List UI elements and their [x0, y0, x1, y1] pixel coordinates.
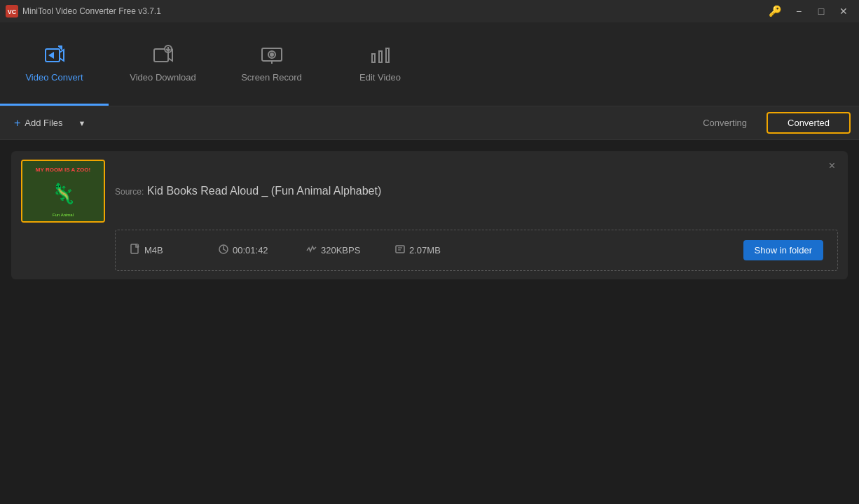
toolbar: + Add Files ▼ Converting Converted [0, 106, 859, 140]
duration-value: 00:01:42 [233, 245, 268, 255]
edit-video-icon [369, 44, 392, 66]
source-label: Source: [115, 187, 144, 197]
output-row: M4B 00:01:42 [115, 230, 838, 271]
bitrate-meta: 320KBPS [306, 244, 390, 257]
nav-tab-video-convert-label: Video Convert [25, 72, 83, 83]
size-icon [394, 244, 406, 257]
bitrate-icon [306, 244, 317, 257]
size-value: 2.07MB [409, 245, 441, 255]
svg-line-14 [224, 249, 226, 251]
duration-meta: 00:01:42 [218, 244, 302, 257]
book-subtitle: Fun Animal [25, 213, 101, 217]
video-download-icon [152, 44, 174, 66]
app-logo: VC [6, 5, 18, 18]
nav-tab-video-download-label: Video Download [130, 72, 195, 83]
converting-tab[interactable]: Converting [683, 113, 767, 132]
maximize-button[interactable]: □ [811, 4, 831, 18]
file-source-row: Source: Kid Books Read Aloud _ (Fun Anim… [115, 185, 838, 197]
nav-tab-video-convert[interactable]: Video Convert [0, 22, 109, 106]
nav-spacer [434, 22, 859, 106]
minimize-button[interactable]: − [789, 4, 809, 18]
close-button[interactable]: ✕ [834, 4, 853, 18]
book-title-text: MY ROOM IS A ZOO! [25, 167, 101, 174]
nav-tab-edit-video-label: Edit Video [359, 72, 401, 83]
book-decoration: 🦎 [51, 182, 76, 205]
add-files-dropdown-button[interactable]: ▼ [74, 116, 90, 130]
nav-tab-video-download[interactable]: Video Download [109, 22, 217, 106]
titlebar-controls: 🔑 − □ ✕ [769, 4, 853, 18]
svg-text:VC: VC [8, 8, 17, 15]
video-convert-icon [43, 44, 66, 66]
file-info: Source: Kid Books Read Aloud _ (Fun Anim… [115, 185, 838, 197]
main-content: MY ROOM IS A ZOO! 🦎 Fun Animal Source: K… [0, 140, 859, 290]
size-meta: 2.07MB [394, 244, 479, 257]
titlebar-left: VC MiniTool Video Converter Free v3.7.1 [6, 5, 161, 18]
nav-tab-edit-video[interactable]: Edit Video [326, 22, 434, 106]
titlebar: VC MiniTool Video Converter Free v3.7.1 … [0, 0, 859, 22]
format-icon [130, 244, 141, 257]
file-card-header: MY ROOM IS A ZOO! 🦎 Fun Animal Source: K… [21, 160, 838, 223]
converted-tab[interactable]: Converted [767, 112, 851, 134]
duration-icon [218, 244, 229, 257]
svg-rect-15 [396, 246, 404, 253]
source-name: Kid Books Read Aloud _ (Fun Animal Alpha… [147, 185, 381, 197]
add-files-button[interactable]: + Add Files [8, 114, 69, 132]
format-value: M4B [144, 245, 163, 255]
format-meta: M4B [130, 244, 214, 257]
nav-tab-screen-record-label: Screen Record [241, 72, 302, 83]
key-icon[interactable]: 🔑 [769, 5, 782, 18]
add-files-label: Add Files [25, 118, 62, 128]
screen-record-icon [261, 44, 283, 66]
file-card-close-button[interactable]: × [825, 158, 839, 174]
output-meta: M4B 00:01:42 [130, 244, 743, 257]
show-in-folder-button[interactable]: Show in folder [743, 240, 823, 260]
nav: Video Convert Video Download Screen Reco… [0, 22, 859, 106]
convert-tabs: Converting Converted [683, 112, 851, 134]
titlebar-title: MiniTool Video Converter Free v3.7.1 [22, 6, 161, 16]
file-thumbnail: MY ROOM IS A ZOO! 🦎 Fun Animal [21, 160, 105, 223]
file-card: MY ROOM IS A ZOO! 🦎 Fun Animal Source: K… [11, 151, 848, 279]
add-files-plus-icon: + [14, 117, 20, 130]
nav-tab-screen-record[interactable]: Screen Record [217, 22, 326, 106]
book-cover: MY ROOM IS A ZOO! 🦎 Fun Animal [22, 161, 104, 221]
svg-point-10 [270, 53, 273, 56]
bitrate-value: 320KBPS [321, 245, 360, 255]
